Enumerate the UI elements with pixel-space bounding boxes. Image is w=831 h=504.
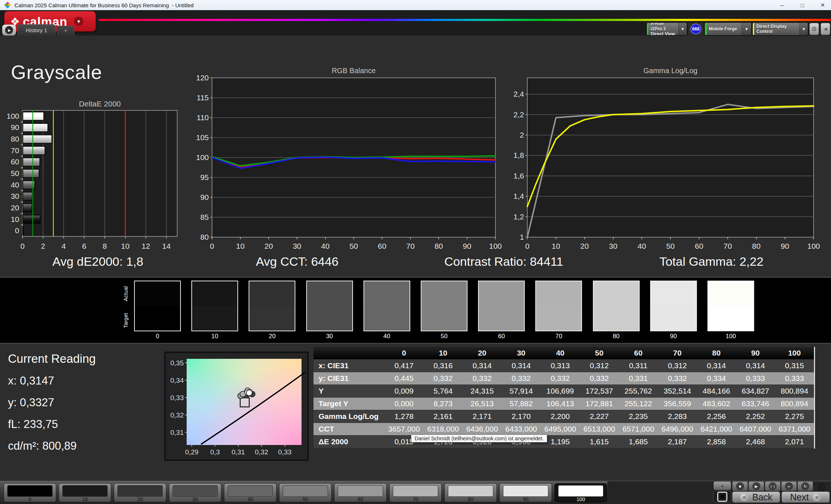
svg-text:30: 30	[293, 242, 301, 250]
table-row: CCT3657,0006318,0006436,0006433,0006495,…	[313, 423, 814, 436]
table-cell: 0,445	[385, 374, 424, 383]
pattern-button-90[interactable]: 90	[499, 483, 552, 502]
device-dropdown-3[interactable]: Direct Display Control ▼	[753, 23, 808, 35]
table-cell: 57,914	[502, 387, 541, 395]
svg-text:DeltaE 2000: DeltaE 2000	[79, 100, 121, 108]
svg-text:0: 0	[210, 242, 214, 250]
svg-text:10: 10	[236, 242, 245, 250]
svg-text:110: 110	[197, 113, 209, 122]
swatch-level-0	[134, 281, 181, 331]
pattern-label: 50	[279, 496, 331, 502]
svg-text:0,33: 0,33	[170, 394, 184, 402]
pattern-swatch	[448, 485, 493, 497]
pattern-button-70[interactable]: 70	[389, 483, 442, 502]
table-cell: 24,315	[462, 387, 502, 395]
pattern-button-10[interactable]: 10	[59, 483, 111, 502]
deltae-bar-0	[23, 227, 24, 235]
svg-text:12: 12	[142, 242, 150, 250]
pattern-button-60[interactable]: 60	[334, 483, 387, 502]
deltae-bar-90	[23, 123, 48, 132]
table-column-header: 50	[580, 349, 619, 357]
stop-button[interactable]: ■	[732, 481, 748, 491]
table-row: Target Y0,0008,27326,51357,882106,413172…	[313, 398, 814, 410]
swatch-level-label: 10	[191, 333, 238, 340]
table-cell: 2,227	[580, 412, 619, 421]
svg-text:0,32: 0,32	[170, 411, 184, 419]
device-dropdown-1[interactable]: X-Rite i1Pro 3Direct View ▼	[647, 23, 687, 35]
pattern-swatch	[338, 485, 383, 497]
settings-gear-button[interactable]: ⚙	[809, 23, 819, 35]
pattern-button-100[interactable]: 100	[554, 483, 607, 502]
device-dropdown-2[interactable]: Mobile Forge ▼	[705, 23, 751, 35]
svg-text:10: 10	[11, 215, 19, 223]
page-title: Grayscale	[11, 61, 102, 83]
svg-text:0: 0	[20, 242, 25, 250]
swatch-level-label: 30	[306, 333, 353, 340]
svg-text:10: 10	[552, 242, 560, 250]
table-cell: 0,334	[697, 374, 736, 383]
swatch-level-80	[593, 281, 640, 331]
read-series-button[interactable]: [··]	[765, 481, 781, 491]
swatch-level-label: 50	[421, 333, 468, 340]
table-cell: 1,615	[580, 437, 619, 446]
table-cell: 8,273	[424, 399, 463, 408]
pattern-button-30[interactable]: 30	[169, 483, 221, 502]
pattern-button-50[interactable]: 50	[279, 483, 332, 502]
svg-text:1,4: 1,4	[514, 192, 524, 200]
table-cell: 483,602	[697, 399, 736, 408]
table-column-header: 100	[775, 349, 814, 357]
table-cell: 0,311	[619, 361, 658, 370]
loop-button[interactable]: ↻	[797, 481, 813, 491]
table-cell: 0,009	[385, 387, 424, 395]
continuous-read-button[interactable]: ∞	[781, 481, 797, 491]
pattern-button-0[interactable]: 0	[4, 483, 56, 502]
table-cell: 6433,000	[502, 425, 541, 433]
table-cell: 6318,000	[424, 425, 463, 433]
pattern-label: 60	[335, 496, 386, 502]
table-row-label: ΔE 2000	[313, 437, 385, 446]
table-cell: 484,166	[697, 387, 736, 395]
history-play-button[interactable]: ▶	[2, 25, 16, 35]
table-cell: 2,858	[697, 437, 736, 446]
close-button[interactable]: ✕	[817, 2, 828, 8]
swatch-level-90	[650, 281, 697, 331]
chevron-down-icon[interactable]: ▼	[799, 23, 808, 35]
chevron-down-icon[interactable]: ▼	[678, 23, 687, 35]
table-scrollbar[interactable]	[814, 347, 815, 449]
svg-text:85: 85	[200, 213, 209, 221]
tab-history-1[interactable]: History 1	[17, 24, 55, 35]
play-button[interactable]: ▶	[748, 481, 764, 491]
svg-text:1,8: 1,8	[514, 151, 524, 159]
table-cell: 0,000	[385, 399, 424, 408]
back-button[interactable]: « Back	[732, 491, 780, 503]
swatch-level-60	[478, 281, 525, 331]
pattern-button-40[interactable]: 40	[224, 483, 277, 502]
device-label: Direct Display Control	[754, 24, 799, 34]
svg-text:0: 0	[15, 226, 19, 235]
table-row-label: CCT	[313, 425, 385, 433]
table-column-header: 90	[736, 349, 775, 357]
svg-text:0,29: 0,29	[185, 448, 199, 456]
stop-measurement-button[interactable]	[713, 491, 731, 503]
svg-text:80: 80	[435, 242, 443, 250]
pattern-button-20[interactable]: 20	[114, 483, 166, 502]
pattern-button-80[interactable]: 80	[444, 483, 497, 502]
chevron-down-icon[interactable]: ▼	[741, 23, 751, 35]
gamma-loglog-chart: Gamma Log/Log11,21,41,61,822,22,40102030…	[511, 67, 823, 255]
table-cell: 0,417	[385, 361, 424, 370]
swatch-target	[135, 306, 180, 331]
table-cell: 800,894	[775, 399, 814, 408]
table-cell: 172,881	[580, 399, 619, 408]
deltae-2000-chart: DeltaE 200010090807060504030201000246810…	[7, 97, 188, 253]
svg-text:95: 95	[200, 173, 209, 181]
maximize-button[interactable]: □	[797, 2, 808, 8]
deltae-bar-100	[23, 112, 44, 120]
table-cell: 255,762	[619, 387, 658, 395]
device-label: Mobile Forge	[707, 26, 739, 32]
minimize-button[interactable]: ─	[777, 2, 788, 8]
pattern-options-button[interactable]: ▲	[713, 481, 731, 490]
add-tab-button[interactable]: +	[57, 26, 74, 35]
next-button[interactable]: Next »	[781, 491, 830, 503]
collapse-panel-button[interactable]: ◀	[820, 23, 830, 35]
svg-text:0,34: 0,34	[170, 377, 184, 384]
